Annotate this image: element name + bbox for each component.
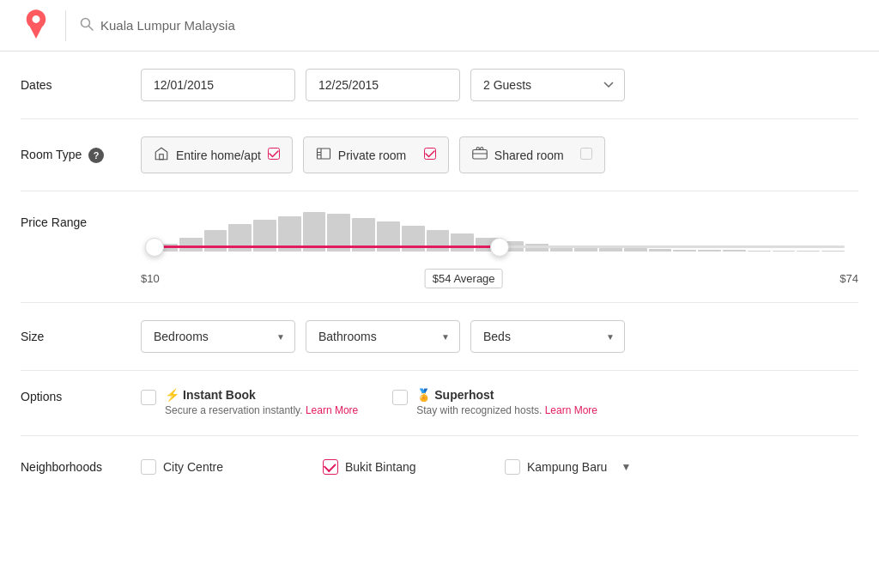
slider-fill (155, 246, 500, 248)
histogram-bar (204, 230, 227, 252)
room-type-help-icon[interactable]: ? (88, 148, 104, 163)
shared-room-label: Shared room (494, 149, 564, 162)
histogram-bar (673, 250, 696, 252)
histogram-bar (748, 251, 771, 252)
room-type-private-btn[interactable]: Private room (303, 136, 449, 173)
instant-book-desc: Secure a reservation instantly. Learn Mo… (165, 403, 358, 418)
entire-home-label: Entire home/apt (176, 149, 261, 162)
slider-thumb-max[interactable] (490, 238, 509, 257)
superhost-option: 🏅 Superhost Stay with recognized hosts. … (392, 388, 597, 418)
bukit-bintang-label: Bukit Bintang (345, 460, 416, 474)
superhost-title: 🏅 Superhost (416, 388, 597, 402)
city-centre-item: City Centre (141, 459, 312, 475)
kampung-baru-label: Kampung Baru (527, 460, 607, 474)
histogram-bar (649, 249, 672, 252)
start-date-input[interactable] (141, 69, 295, 101)
svg-rect-2 (160, 155, 164, 160)
kampung-baru-checkbox[interactable] (505, 459, 520, 475)
superhost-checkbox-wrap[interactable] (392, 390, 408, 405)
histogram-bar (723, 250, 746, 252)
instant-book-title: ⚡ Instant Book (165, 388, 358, 402)
guests-select-wrap: 1 Guest 2 Guests 3 Guests 4 Guests 5 Gue… (470, 69, 625, 101)
superhost-learn-more[interactable]: Learn More (545, 404, 597, 416)
private-room-label: Private room (338, 149, 406, 162)
search-icon (80, 17, 94, 33)
price-slider-area (141, 209, 858, 269)
histogram-bar (821, 251, 845, 252)
superhost-checkbox[interactable] (392, 390, 408, 405)
header-divider (65, 10, 66, 41)
instant-book-option: ⚡ Instant Book Secure a reservation inst… (141, 388, 358, 418)
instant-book-learn-more[interactable]: Learn More (306, 404, 358, 416)
dates-label: Dates (21, 78, 141, 92)
airbnb-logo[interactable] (21, 9, 52, 42)
price-range-row: Price Range $10 $54 Average $74 (21, 191, 858, 303)
main-content: Dates 1 Guest 2 Guests 3 Guests 4 Guests… (0, 52, 879, 498)
options-content: ⚡ Instant Book Secure a reservation inst… (141, 388, 858, 418)
neighborhoods-label: Neighborhoods (21, 460, 141, 474)
bathrooms-select-wrap: Bathrooms 1 2 3 4 5+ ▼ (306, 320, 460, 353)
histogram-bar (624, 248, 647, 252)
histogram-bar (698, 250, 721, 252)
end-date-input[interactable] (306, 69, 460, 101)
svg-rect-7 (580, 149, 591, 160)
bedrooms-select[interactable]: Bedrooms 1 2 3 4 5+ (141, 320, 295, 353)
kampung-baru-item: Kampung Baru ▼ (505, 459, 676, 475)
header: Kuala Lumpur Malaysia (0, 0, 879, 52)
size-label: Size (21, 330, 141, 343)
bukit-bintang-item: Bukit Bintang (323, 459, 494, 475)
price-range-label: Price Range (21, 209, 141, 229)
price-max: $74 (840, 272, 858, 285)
room-type-label: Room Type ? (21, 148, 141, 163)
size-content: Bedrooms 1 2 3 4 5+ ▼ Bathrooms 1 2 3 4 … (141, 320, 858, 353)
histogram-bar (797, 251, 820, 252)
beds-select-wrap: Beds 1 2 3 4 5+ ▼ (470, 320, 625, 353)
histogram-bar (773, 251, 796, 252)
room-type-shared-btn[interactable]: Shared room (459, 136, 605, 173)
neighborhoods-row: Neighborhoods City Centre Bukit Bintang … (21, 436, 858, 498)
options-label: Options (21, 388, 141, 403)
superhost-desc: Stay with recognized hosts. Learn More (416, 403, 597, 418)
superhost-text: 🏅 Superhost Stay with recognized hosts. … (416, 388, 597, 418)
slider-thumb-min[interactable] (145, 238, 164, 257)
entire-home-check (268, 148, 280, 162)
price-avg-badge: $54 Average (425, 269, 503, 288)
guests-select[interactable]: 1 Guest 2 Guests 3 Guests 4 Guests 5 Gue… (470, 69, 625, 101)
svg-line-1 (89, 27, 94, 31)
histogram-bar (451, 233, 474, 252)
room-type-entire-btn[interactable]: Entire home/apt (141, 136, 293, 173)
search-area[interactable]: Kuala Lumpur Malaysia (80, 17, 235, 33)
private-room-check (424, 148, 436, 162)
city-centre-label: City Centre (163, 460, 223, 474)
price-min: $10 (141, 272, 160, 285)
city-centre-checkbox[interactable] (141, 459, 156, 475)
instant-book-checkbox[interactable] (141, 390, 156, 405)
room-type-content: Entire home/apt Private room (141, 136, 858, 173)
beds-select[interactable]: Beds 1 2 3 4 5+ (470, 320, 625, 353)
svg-rect-6 (473, 150, 488, 160)
dates-row: Dates 1 Guest 2 Guests 3 Guests 4 Guests… (21, 52, 858, 119)
neighborhoods-content: City Centre Bukit Bintang Kampung Baru ▼ (141, 459, 858, 475)
room-type-row: Room Type ? Entire home/apt (21, 119, 858, 191)
histogram-bar (427, 230, 450, 252)
superhost-icon: 🏅 (416, 388, 431, 402)
bedrooms-select-wrap: Bedrooms 1 2 3 4 5+ ▼ (141, 320, 295, 353)
histogram-bar (179, 238, 203, 252)
price-range-content: $10 $54 Average $74 (141, 209, 858, 285)
bukit-bintang-checkbox[interactable] (323, 459, 338, 475)
private-room-icon (316, 146, 331, 164)
price-labels: $10 $54 Average $74 (141, 272, 858, 285)
dates-content: 1 Guest 2 Guests 3 Guests 4 Guests 5 Gue… (141, 69, 858, 101)
instant-book-text: ⚡ Instant Book Secure a reservation inst… (165, 388, 358, 418)
options-row: Options ⚡ Instant Book Secure a reservat… (21, 371, 858, 436)
svg-rect-4 (317, 149, 330, 159)
shared-room-check-empty (580, 148, 592, 162)
kampung-baru-dropdown-icon[interactable]: ▼ (621, 461, 631, 473)
instant-book-checkbox-wrap[interactable] (141, 390, 156, 405)
instant-book-icon: ⚡ (165, 388, 179, 402)
size-row: Size Bedrooms 1 2 3 4 5+ ▼ Bathrooms 1 2 (21, 303, 858, 371)
bathrooms-select[interactable]: Bathrooms 1 2 3 4 5+ (306, 320, 460, 353)
shared-room-icon (472, 146, 488, 164)
slider-track (155, 246, 845, 248)
search-location[interactable]: Kuala Lumpur Malaysia (100, 18, 235, 33)
